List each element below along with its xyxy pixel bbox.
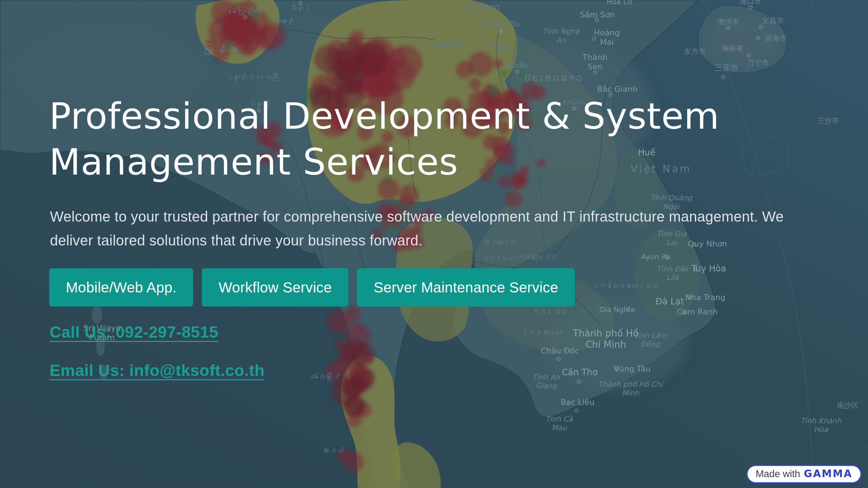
mobile-web-app-button[interactable]: Mobile/Web App.	[49, 268, 193, 307]
title-line-2: Management Services	[49, 141, 458, 183]
hero-description: Welcome to your trusted partner for comp…	[50, 205, 824, 252]
hero-slide: ဆီဆိုင်နေပြည်တော်ဒီမောဆိုမြန်မာပဲခူးတိုင…	[0, 0, 868, 488]
service-buttons: Mobile/Web App. Workflow Service Server …	[49, 268, 575, 307]
made-with-label: Made with	[756, 468, 800, 480]
workflow-service-button[interactable]: Workflow Service	[202, 268, 348, 307]
title-line-1: Professional Development & System	[49, 95, 719, 137]
gamma-logo: GAMMA	[804, 468, 852, 480]
server-maintenance-service-button[interactable]: Server Maintenance Service	[357, 268, 575, 307]
email-us-link[interactable]: Email Us: info@tksoft.co.th	[50, 361, 265, 380]
hero-content: Professional Development & System Manage…	[0, 0, 868, 488]
call-us-link[interactable]: Call Us: 092-297-8515	[50, 323, 218, 342]
made-with-gamma-badge[interactable]: Made with GAMMA	[746, 465, 861, 483]
page-title: Professional Development & System Manage…	[49, 93, 719, 185]
